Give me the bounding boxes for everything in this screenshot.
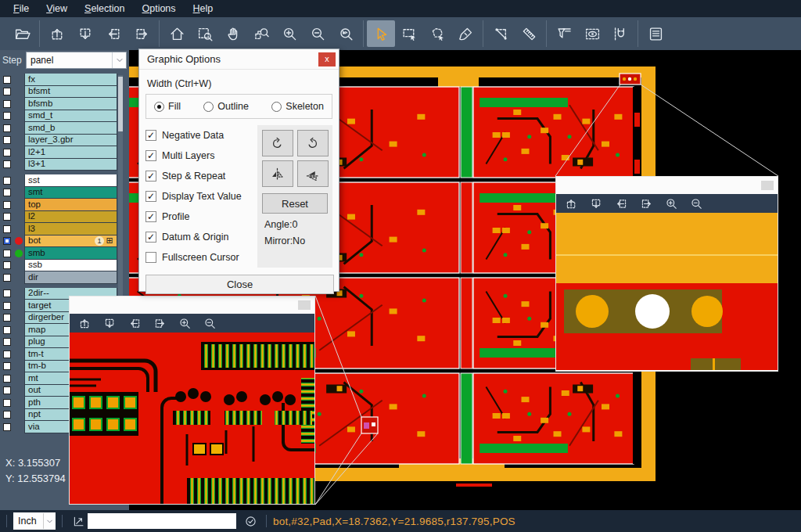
menu-item-options[interactable]: Options	[133, 0, 184, 17]
layer-row-top[interactable]: top	[0, 199, 117, 211]
layer-row-smd_b[interactable]: smd_b	[0, 122, 117, 135]
home-view-button[interactable]	[163, 20, 191, 47]
layer-checkbox[interactable]	[3, 149, 11, 156]
graphic-options-dialog[interactable]: Graphic Options x Width (Ctrl+W) FillOut…	[138, 49, 339, 292]
pan-down-button[interactable]	[98, 315, 121, 332]
layer-checkbox[interactable]	[3, 76, 11, 84]
layer-row-smt[interactable]: smt	[0, 187, 117, 200]
layer-name[interactable]: l2+1	[24, 146, 117, 159]
layer-checkbox[interactable]	[3, 250, 11, 257]
layer-checkbox[interactable]	[3, 289, 11, 297]
menu-item-selection[interactable]: Selection	[76, 0, 133, 17]
layer-checkbox[interactable]	[3, 189, 11, 196]
layer-name[interactable]: ssb	[24, 260, 117, 272]
reset-button[interactable]: Reset	[262, 193, 328, 214]
layer-name[interactable]: dir	[24, 271, 117, 284]
select-polygon-button[interactable]	[423, 20, 451, 47]
magnifier-window-2[interactable]	[555, 176, 778, 372]
layer-name[interactable]: bot1⊞	[24, 235, 117, 248]
menu-item-help[interactable]: Help	[185, 0, 222, 17]
snap-magnet-button[interactable]	[606, 20, 634, 47]
layer-row-bfsmb[interactable]: bfsmb	[0, 98, 117, 110]
layer-checkbox[interactable]	[3, 100, 11, 108]
layer-name[interactable]: bfsmb	[24, 98, 117, 110]
checkbox-multi-layers[interactable]: ✓Multi Layers	[145, 146, 256, 166]
checkbox-datum-origin[interactable]: ✓Datum & Origin	[145, 227, 256, 247]
pan-down-button[interactable]	[584, 195, 608, 212]
layer-checkbox[interactable]	[3, 350, 11, 358]
magnifier2-titlebar[interactable]	[556, 177, 778, 194]
zoom-previous-button[interactable]	[332, 20, 360, 47]
layer-checkbox[interactable]	[3, 225, 11, 233]
radio-outline[interactable]: Outline	[203, 101, 249, 112]
close-button[interactable]: Close	[145, 275, 334, 294]
layer-row-l3[interactable]: l3	[0, 223, 117, 235]
brush-button[interactable]	[451, 20, 480, 47]
layer-name[interactable]: top	[24, 199, 117, 211]
layer-checkbox[interactable]	[3, 399, 11, 407]
layer-name[interactable]: l3+1	[24, 159, 117, 171]
notes-panel-button[interactable]	[641, 20, 670, 47]
command-input[interactable]	[88, 513, 236, 529]
checkbox-step-repeat[interactable]: ✓Step & Repeat	[145, 166, 256, 186]
pan-right-button[interactable]	[634, 195, 658, 212]
measure-distance-button[interactable]	[487, 20, 515, 47]
pan-left-button[interactable]	[609, 195, 633, 212]
zoom-in-button[interactable]	[275, 20, 304, 47]
layer-checkbox[interactable]	[3, 261, 11, 269]
layer-checkbox[interactable]	[3, 423, 11, 431]
magnifier1-titlebar[interactable]	[70, 297, 314, 314]
layer-name[interactable]: fx	[24, 74, 117, 86]
open-file-button[interactable]	[8, 20, 36, 47]
rotate-ccw-button[interactable]	[297, 130, 329, 156]
layer-name[interactable]: l3	[24, 223, 117, 235]
measure-ruler-button[interactable]	[515, 20, 543, 47]
layer-checkbox[interactable]	[3, 201, 11, 209]
menu-item-file[interactable]: File	[5, 0, 38, 17]
zoom-out-button[interactable]	[304, 20, 332, 47]
zoom-in-button[interactable]	[659, 195, 683, 212]
corner-angle-icon[interactable]	[69, 515, 88, 528]
radio-fill[interactable]: Fill	[154, 101, 181, 112]
layer-checkbox[interactable]	[3, 302, 11, 310]
mirror-v-button[interactable]	[297, 160, 329, 187]
layer-checkbox[interactable]	[3, 386, 11, 394]
layer-checkbox[interactable]	[3, 88, 11, 95]
layer-row-smb[interactable]: smb	[0, 247, 117, 260]
layer-name[interactable]: sst	[24, 174, 117, 187]
pan-left-button[interactable]	[99, 20, 128, 47]
layer-checkbox[interactable]	[3, 375, 11, 383]
mirror-h-button[interactable]	[262, 160, 293, 187]
pan-right-button[interactable]	[128, 20, 156, 47]
layer-checkbox[interactable]	[3, 411, 11, 419]
pan-up-button[interactable]	[73, 315, 96, 332]
layer-name[interactable]: l2	[24, 211, 117, 224]
pan-up-button[interactable]	[559, 195, 583, 212]
layer-checkbox[interactable]	[3, 160, 11, 168]
checkbox-negative-data[interactable]: ✓Negative Data	[145, 125, 256, 146]
magnifier-window-1[interactable]	[69, 296, 315, 505]
layer-checkbox[interactable]	[3, 326, 11, 334]
select-pointer-button[interactable]	[367, 20, 395, 47]
rotate-cw-button[interactable]	[262, 130, 293, 156]
layer-name[interactable]: smd_b	[24, 122, 117, 135]
step-select[interactable]: panel	[26, 52, 127, 69]
close-icon[interactable]	[761, 181, 774, 190]
display-eye-button[interactable]	[578, 20, 606, 47]
layer-row-ssb[interactable]: ssb	[0, 260, 117, 272]
layer-checkbox[interactable]	[3, 237, 11, 245]
layer-name[interactable]: layer_3.gbr	[24, 135, 117, 147]
filter-button[interactable]	[550, 20, 578, 47]
pan-up-button[interactable]	[43, 20, 71, 47]
layer-row-bot[interactable]: bot1⊞	[0, 235, 117, 248]
layer-row-bfsmt[interactable]: bfsmt	[0, 86, 117, 99]
layer-checkbox[interactable]	[3, 124, 11, 132]
layer-row-l2[interactable]: l2	[0, 211, 117, 224]
checkbox-fullscreen-cursor[interactable]: Fullscreen Cursor	[145, 247, 256, 268]
checkbox-profile[interactable]: ✓Profile	[145, 207, 256, 227]
layer-checkbox[interactable]	[3, 136, 11, 144]
layer-name[interactable]: smt	[24, 187, 117, 200]
layer-checkbox[interactable]	[3, 112, 11, 120]
layer-row-l3+1[interactable]: l3+1	[0, 159, 117, 171]
dialog-titlebar[interactable]: Graphic Options x	[139, 49, 339, 70]
